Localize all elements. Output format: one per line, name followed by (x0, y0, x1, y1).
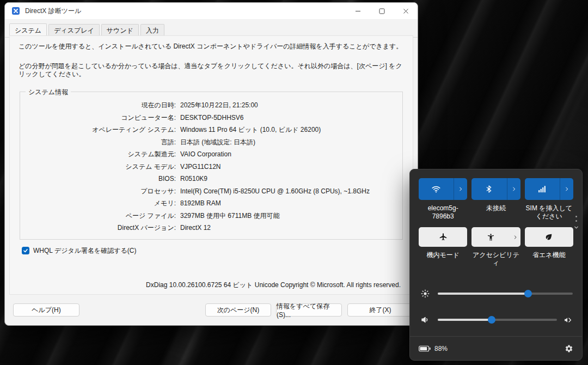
bluetooth-tile-label: 未接続 (486, 204, 506, 222)
minimize-button[interactable] (346, 3, 370, 19)
maximize-button[interactable] (370, 3, 394, 19)
brightness-row (410, 288, 582, 299)
brightness-slider[interactable] (438, 293, 573, 295)
wifi-expand-chevron-icon[interactable] (454, 178, 467, 200)
info-row-manufacturer: システム製造元:VAIO Corporation (20, 148, 402, 161)
help-button[interactable]: ヘルプ(H) (13, 303, 79, 317)
airplane-mode-tile[interactable] (419, 227, 467, 247)
battery-icon (419, 345, 431, 352)
volume-slider-thumb[interactable] (488, 316, 495, 324)
intro-text-2: どの分野が問題を起こしているか分かっている場合は、適当なタブをクリックしてくださ… (19, 62, 404, 78)
desktop: DirectX 診断ツール システム ディスプレイ サウンド 入力 このツールを… (0, 0, 588, 365)
intro-text-1: このツールを使用すると、インストールされている DirectX コンポーネントや… (19, 42, 404, 51)
wifi-tile-label: elecom5g-7896b3 (419, 204, 467, 222)
titlebar[interactable]: DirectX 診断ツール (5, 3, 418, 19)
volume-icon (419, 315, 431, 325)
volume-slider-fill (438, 319, 492, 321)
battery-status[interactable]: 88% (419, 345, 448, 352)
cellular-icon (525, 178, 560, 200)
cellular-tile-label: SIM を挿入してください (525, 204, 573, 222)
next-page-button[interactable]: 次のページ(N) (205, 303, 271, 317)
quick-settings-panel: elecom5g-7896b3 未接続 (409, 169, 583, 361)
accessibility-tile[interactable] (471, 227, 520, 247)
accessibility-expand-chevron-icon[interactable] (511, 227, 520, 247)
wifi-tile[interactable] (419, 178, 467, 200)
info-row-pagefile: ページ ファイル:3297MB 使用中 6711MB 使用可能 (20, 210, 402, 222)
groupbox-title: システム情報 (26, 88, 71, 97)
pager-chevron-down-icon[interactable] (573, 224, 579, 230)
info-row-processor: プロセッサ:Intel(R) Core(TM) i5-8250U CPU @ 1… (20, 185, 402, 198)
cellular-tile[interactable] (525, 178, 573, 200)
info-row-os: オペレーティング システム:Windows 11 Pro 64 ビット (10.… (20, 124, 402, 136)
volume-slider[interactable] (438, 319, 557, 321)
system-info-groupbox: システム情報 現在の日時:2025年10月22日, 21:25:00 コンピュー… (20, 92, 403, 240)
battery-percent-label: 88% (434, 345, 448, 352)
info-row-model: システム モデル:VJPG11C12N (20, 161, 402, 173)
pager-dot (575, 220, 577, 222)
directx-app-icon (11, 7, 20, 15)
brightness-slider-fill (438, 293, 528, 295)
brightness-icon (419, 289, 431, 299)
save-all-info-button[interactable]: 情報をすべて保存(S)... (276, 303, 342, 317)
bluetooth-icon (471, 178, 506, 200)
info-row-computer-name: コンピューター名:DESKTOP-5DHHSV6 (20, 112, 402, 124)
whql-checkbox-label: WHQL デジタル署名を確認する(C) (33, 246, 137, 256)
whql-checkbox-row: WHQL デジタル署名を確認する(C) (22, 246, 407, 256)
settings-gear-icon[interactable] (565, 344, 573, 353)
accessibility-tile-label: アクセシビリティ (471, 251, 520, 267)
dxdiag-window: DirectX 診断ツール システム ディスプレイ サウンド 入力 このツールを… (4, 2, 418, 326)
energy-saver-icon (525, 227, 573, 247)
brightness-slider-thumb[interactable] (524, 290, 532, 297)
audio-output-select-icon[interactable] (564, 315, 573, 325)
wifi-icon (419, 178, 454, 200)
accessibility-icon (487, 233, 495, 241)
close-button[interactable] (394, 3, 418, 19)
airplane-mode-tile-label: 機内モード (426, 251, 460, 260)
tab-strip: システム ディスプレイ サウンド 入力 (5, 19, 418, 38)
bluetooth-tile[interactable] (471, 178, 520, 200)
window-title: DirectX 診断ツール (25, 7, 81, 16)
bluetooth-expand-chevron-icon[interactable] (507, 178, 520, 200)
whql-checkbox[interactable] (22, 247, 29, 254)
info-row-memory: メモリ:8192MB RAM (20, 197, 402, 210)
dxdiag-version-text: DxDiag 10.00.26100.6725 64 ビット Unicode C… (15, 281, 401, 290)
pager-dot (575, 216, 577, 217)
quick-settings-pager (573, 216, 579, 230)
info-row-directx-version: DirectX バージョン:DirectX 12 (20, 222, 402, 234)
quick-settings-bottom-bar: 88% (410, 336, 582, 360)
energy-saver-tile-label: 省エネ機能 (532, 251, 566, 260)
volume-row (410, 314, 582, 325)
info-row-bios: BIOS:R0510K9 (20, 173, 402, 185)
airplane-icon (419, 227, 467, 247)
exit-button[interactable]: 終了(X) (347, 303, 413, 317)
info-row-date: 現在の日時:2025年10月22日, 21:25:00 (20, 99, 402, 112)
cellular-expand-chevron-icon[interactable] (560, 178, 573, 200)
info-row-language: 言語:日本語 (地域設定: 日本語) (20, 136, 402, 149)
energy-saver-tile[interactable] (525, 227, 573, 247)
quick-settings-grid: elecom5g-7896b3 未接続 (410, 169, 582, 267)
tab-page: このツールを使用すると、インストールされている DirectX コンポーネントや… (9, 35, 413, 295)
